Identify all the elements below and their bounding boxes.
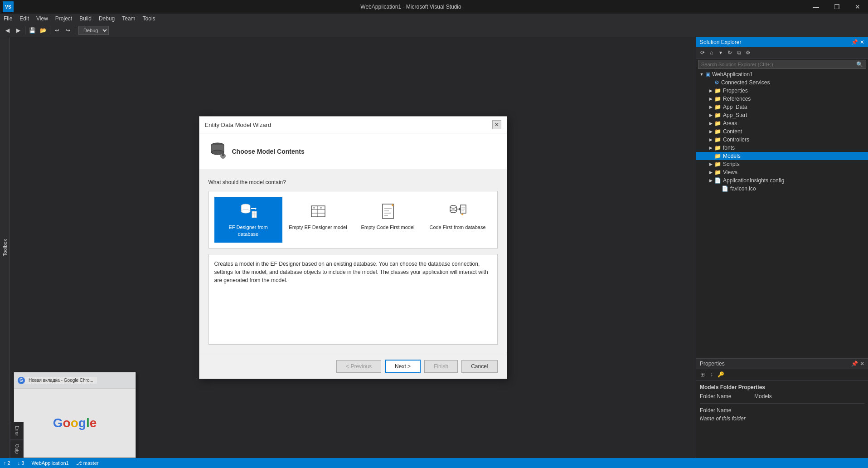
tree-appinsights[interactable]: ▶ 📄 ApplicationInsights.config bbox=[696, 176, 868, 185]
ef-designer-db-label: EF Designer from database bbox=[218, 224, 279, 237]
solution-tree: ▼ ▣ WebApplication1 ⚙ Connected Services… bbox=[696, 70, 868, 365]
tree-fonts-label: fonts bbox=[723, 145, 735, 151]
se-close-icon[interactable]: ✕ bbox=[860, 39, 864, 45]
menu-file[interactable]: File bbox=[0, 15, 16, 23]
toolbar-undo[interactable]: ↩ bbox=[52, 25, 62, 35]
toolbar-sep2 bbox=[50, 26, 50, 34]
maximize-button[interactable]: ❐ bbox=[826, 0, 847, 14]
se-refresh-btn[interactable]: ↻ bbox=[725, 48, 734, 57]
toolbar-sep3 bbox=[75, 26, 75, 34]
tree-fonts[interactable]: ▶ 📁 fonts bbox=[696, 144, 868, 152]
close-button[interactable]: ✕ bbox=[847, 0, 868, 14]
tree-references[interactable]: ▶ 📁 References bbox=[696, 95, 868, 103]
tree-app-data[interactable]: ▶ 📁 App_Data bbox=[696, 103, 868, 111]
expand-areas[interactable]: ▶ bbox=[707, 121, 714, 126]
tree-areas[interactable]: ▶ 📁 Areas bbox=[696, 119, 868, 127]
props-key-btn[interactable]: 🔑 bbox=[716, 370, 725, 379]
properties-panel: Properties 📌 ✕ ⊞ ↕ 🔑 Models Folder Prope… bbox=[696, 358, 868, 458]
app-data-icon: 📁 bbox=[714, 104, 721, 110]
expand-app-data[interactable]: ▶ bbox=[707, 105, 714, 109]
expand-references[interactable]: ▶ bbox=[707, 97, 714, 101]
minimize-button[interactable]: — bbox=[805, 0, 826, 14]
se-toolbar: ⟳ ⌂ ▾ ↻ ⧉ ⚙ bbox=[696, 47, 868, 58]
option-code-first-db[interactable]: ✦ Code First from database bbox=[424, 197, 492, 243]
se-props-btn[interactable]: ⚙ bbox=[743, 48, 752, 57]
wizard-icon bbox=[209, 141, 227, 162]
tree-scripts[interactable]: ▶ 📁 Scripts bbox=[696, 160, 868, 168]
vs-icon: VS bbox=[3, 1, 14, 12]
toolbar-save[interactable]: 💾 bbox=[27, 25, 37, 35]
expand-properties[interactable]: ▶ bbox=[707, 88, 714, 93]
areas-icon: 📁 bbox=[714, 120, 721, 127]
se-home-btn[interactable]: ⌂ bbox=[707, 48, 716, 57]
se-search-icon: 🔍 bbox=[856, 61, 863, 68]
props-pin-icon[interactable]: 📌 bbox=[851, 361, 858, 367]
menu-build[interactable]: Build bbox=[76, 15, 95, 23]
expand-content[interactable]: ▶ bbox=[707, 129, 714, 134]
expand-fonts[interactable]: ▶ bbox=[707, 146, 714, 150]
expand-app-start[interactable]: ▶ bbox=[707, 113, 714, 117]
expand-views[interactable]: ▶ bbox=[707, 170, 714, 175]
option-ef-designer-db[interactable]: EF Designer from database bbox=[214, 197, 282, 243]
status-branch: ⎇ master bbox=[76, 460, 99, 466]
props-close-icon[interactable]: ✕ bbox=[860, 361, 864, 367]
status-project: WebApplication1 bbox=[31, 460, 68, 466]
se-pin-icon[interactable]: 📌 bbox=[851, 39, 858, 45]
option-empty-ef[interactable]: Empty EF Designer model bbox=[284, 197, 352, 243]
svg-point-9 bbox=[241, 210, 250, 213]
expand-controllers[interactable]: ▶ bbox=[707, 137, 714, 142]
tree-root-label: WebApplication1 bbox=[712, 71, 753, 78]
tree-connected-services-label: Connected Services bbox=[721, 79, 770, 86]
toolbar-back[interactable]: ◀ bbox=[2, 25, 12, 35]
tree-app-start[interactable]: ▶ 📁 App_Start bbox=[696, 111, 868, 119]
toolbar-fwd[interactable]: ▶ bbox=[13, 25, 23, 35]
se-filter-btn[interactable]: ▾ bbox=[716, 48, 725, 57]
dialog-body: What should the model contain? bbox=[199, 170, 507, 354]
dialog-title: Entity Data Model Wizard bbox=[205, 122, 272, 128]
option-empty-code[interactable]: ✦ Empty Code First model bbox=[354, 197, 422, 243]
props-sort-btn[interactable]: ↕ bbox=[707, 370, 716, 379]
svg-point-32 bbox=[450, 210, 456, 213]
props-desc: Name of this folder bbox=[700, 415, 864, 422]
tree-content-label: Content bbox=[723, 128, 742, 135]
se-search-input[interactable] bbox=[701, 62, 856, 67]
props-grid-btn[interactable]: ⊞ bbox=[698, 370, 707, 379]
expand-appinsights[interactable]: ▶ bbox=[707, 178, 714, 183]
menu-tools[interactable]: Tools bbox=[139, 15, 159, 23]
finish-button[interactable]: Finish bbox=[424, 360, 458, 373]
dialog-close-button[interactable]: ✕ bbox=[492, 120, 501, 129]
expand-root[interactable]: ▼ bbox=[698, 72, 705, 77]
props-folder-val: Models bbox=[754, 393, 772, 400]
ef-designer-db-icon bbox=[239, 202, 257, 220]
debug-mode-dropdown[interactable]: Debug bbox=[78, 26, 109, 35]
code-first-db-label: Code First from database bbox=[429, 224, 485, 230]
appinsights-icon: 📄 bbox=[714, 177, 721, 184]
tree-properties[interactable]: ▶ 📁 Properties bbox=[696, 87, 868, 95]
models-icon: 📁 bbox=[714, 153, 721, 159]
menu-edit[interactable]: Edit bbox=[16, 15, 33, 23]
solution-explorer: Solution Explorer 📌 ✕ ⟳ ⌂ ▾ ↻ ⧉ ⚙ 🔍 ▼ ▣ … bbox=[696, 37, 868, 368]
se-sync-btn[interactable]: ⟳ bbox=[698, 48, 707, 57]
tree-views[interactable]: ▶ 📁 Views bbox=[696, 168, 868, 176]
connected-services-icon: ⚙ bbox=[714, 79, 719, 86]
tree-content[interactable]: ▶ 📁 Content bbox=[696, 127, 868, 136]
se-copy-btn[interactable]: ⧉ bbox=[734, 48, 743, 57]
menu-debug[interactable]: Debug bbox=[95, 15, 118, 23]
previous-button[interactable]: < Previous bbox=[336, 360, 381, 373]
toolbar-sep1 bbox=[25, 26, 25, 34]
tree-root[interactable]: ▼ ▣ WebApplication1 bbox=[696, 70, 868, 78]
menu-view[interactable]: View bbox=[33, 15, 52, 23]
next-button[interactable]: Next > bbox=[385, 360, 421, 373]
tree-controllers[interactable]: ▶ 📁 Controllers bbox=[696, 136, 868, 144]
tree-connected-services[interactable]: ⚙ Connected Services bbox=[696, 78, 868, 87]
expand-scripts[interactable]: ▶ bbox=[707, 162, 714, 166]
menu-project[interactable]: Project bbox=[52, 15, 76, 23]
tree-models[interactable]: 📁 Models bbox=[696, 152, 868, 160]
props-folder-name-row: Folder Name Models bbox=[700, 393, 864, 400]
cancel-button[interactable]: Cancel bbox=[461, 360, 497, 373]
toolbar-redo[interactable]: ↪ bbox=[63, 25, 73, 35]
toolbar-open[interactable]: 📂 bbox=[38, 25, 48, 35]
tree-favicon[interactable]: 📄 favicon.ico bbox=[696, 185, 868, 193]
views-icon: 📁 bbox=[714, 169, 721, 176]
menu-team[interactable]: Team bbox=[118, 15, 139, 23]
